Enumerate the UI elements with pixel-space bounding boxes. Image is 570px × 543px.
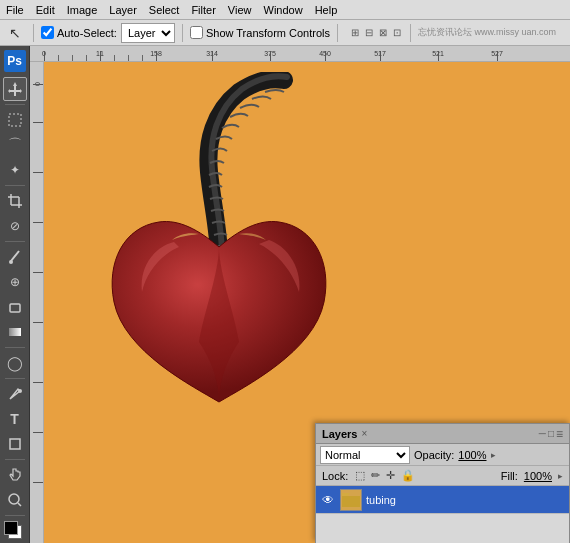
htick-527 bbox=[497, 51, 498, 61]
svg-rect-9 bbox=[9, 328, 21, 336]
color-selector[interactable] bbox=[4, 521, 26, 543]
layers-list: 👁 tubing bbox=[316, 486, 569, 543]
main-area: Ps ⌒ ✦ ⊘ bbox=[0, 46, 570, 543]
pen-tool[interactable] bbox=[3, 382, 27, 406]
text-icon: T bbox=[10, 411, 19, 427]
panel-expand-icon[interactable]: □ bbox=[548, 428, 554, 439]
lock-label: Lock: bbox=[322, 470, 348, 482]
auto-select-label[interactable]: Auto-Select: bbox=[41, 26, 117, 39]
heart-shape bbox=[104, 192, 334, 422]
hand-tool[interactable] bbox=[3, 463, 27, 487]
htick-375 bbox=[270, 51, 271, 61]
eyedropper-tool[interactable]: ⊘ bbox=[3, 214, 27, 238]
layer-eye-tubing[interactable]: 👁 bbox=[320, 492, 336, 508]
auto-select-checkbox[interactable] bbox=[41, 26, 54, 39]
layer-row-tubing[interactable]: 👁 tubing bbox=[316, 486, 569, 514]
tool-sep-1 bbox=[5, 104, 25, 105]
lock-all-btn[interactable]: 🔒 bbox=[400, 469, 416, 482]
layers-panel-x[interactable]: × bbox=[361, 428, 367, 439]
lock-position-btn[interactable]: ✛ bbox=[385, 469, 396, 482]
crop-icon bbox=[7, 193, 23, 209]
shape-tool[interactable] bbox=[3, 432, 27, 456]
transform-icon-3: ⊠ bbox=[377, 26, 389, 39]
transform-icon-2: ⊟ bbox=[363, 26, 375, 39]
opacity-label: Opacity: bbox=[414, 449, 454, 461]
text-tool[interactable]: T bbox=[3, 407, 27, 431]
fill-value[interactable]: 100% bbox=[524, 470, 552, 482]
marquee-tool[interactable] bbox=[3, 108, 27, 132]
show-transform-checkbox[interactable] bbox=[190, 26, 203, 39]
lock-transparent-btn[interactable]: ⬚ bbox=[354, 469, 366, 482]
vtick-160 bbox=[33, 222, 43, 223]
ps-logo: Ps bbox=[4, 50, 26, 72]
crop-tool[interactable] bbox=[3, 189, 27, 213]
htick-0 bbox=[44, 51, 45, 61]
gradient-tool[interactable] bbox=[3, 320, 27, 344]
blend-mode-select[interactable]: Normal Dissolve Darken Multiply bbox=[320, 446, 410, 464]
svg-point-7 bbox=[9, 260, 13, 264]
menu-edit[interactable]: Edit bbox=[30, 2, 61, 18]
magic-wand-tool[interactable]: ✦ bbox=[3, 158, 27, 182]
layer-thumb-tubing bbox=[340, 489, 362, 511]
move-tool-btn[interactable]: ↖ bbox=[4, 22, 26, 44]
toolbar-divider-3 bbox=[337, 24, 338, 42]
eraser-icon bbox=[7, 299, 23, 315]
opacity-value[interactable]: 100% bbox=[458, 449, 486, 461]
brush-tool[interactable] bbox=[3, 245, 27, 269]
vtick-210 bbox=[33, 272, 43, 273]
menu-filter[interactable]: Filter bbox=[185, 2, 221, 18]
layer-select[interactable]: Layer bbox=[121, 23, 175, 43]
panel-collapse-icon[interactable]: ─ bbox=[539, 428, 546, 439]
canvas-area[interactable]: 0 11 158 314 375 450 517 521 527 bbox=[30, 46, 570, 543]
move-icon bbox=[7, 81, 23, 97]
zoom-tool[interactable] bbox=[3, 488, 27, 512]
lock-image-btn[interactable]: ✏ bbox=[370, 469, 381, 482]
toolbar-divider-1 bbox=[33, 24, 34, 42]
panel-menu-icon[interactable]: ≡ bbox=[556, 427, 563, 441]
tool-sep-3 bbox=[5, 241, 25, 242]
dodge-tool[interactable]: ◯ bbox=[3, 351, 27, 375]
svg-rect-11 bbox=[10, 439, 20, 449]
opacity-arrow[interactable]: ▸ bbox=[491, 450, 496, 460]
clone-stamp-icon: ⊕ bbox=[10, 275, 20, 289]
lasso-tool[interactable]: ⌒ bbox=[3, 133, 27, 157]
show-transform-label[interactable]: Show Transform Controls bbox=[190, 26, 330, 39]
lasso-icon: ⌒ bbox=[8, 136, 22, 154]
menu-layer[interactable]: Layer bbox=[103, 2, 143, 18]
fill-arrow[interactable]: ▸ bbox=[558, 471, 563, 481]
tool-sep-6 bbox=[5, 459, 25, 460]
htick-450 bbox=[325, 51, 326, 61]
clone-stamp-tool[interactable]: ⊕ bbox=[3, 270, 27, 294]
vtick-420 bbox=[33, 482, 43, 483]
vtick-60 bbox=[33, 122, 43, 123]
layers-panel-header: Layers × ─ □ ≡ bbox=[316, 424, 569, 444]
vtick-370 bbox=[33, 432, 43, 433]
svg-point-10 bbox=[18, 389, 22, 393]
menu-select[interactable]: Select bbox=[143, 2, 186, 18]
fg-color bbox=[4, 521, 18, 535]
watermark-text: 忘忧资讯论坛 www.missy uan.com bbox=[418, 26, 556, 39]
menu-file[interactable]: File bbox=[0, 2, 30, 18]
transform-icon-1: ⊞ bbox=[349, 26, 361, 39]
tool-sep-4 bbox=[5, 347, 25, 348]
toolbar-divider-2 bbox=[182, 24, 183, 42]
svg-line-13 bbox=[18, 503, 21, 506]
move-tool[interactable] bbox=[3, 77, 27, 101]
menu-image[interactable]: Image bbox=[61, 2, 104, 18]
transform-icons: ⊞ ⊟ ⊠ ⊡ bbox=[349, 26, 403, 39]
ruler-top: 0 11 158 314 375 450 517 521 527 bbox=[30, 46, 570, 62]
vtick-320 bbox=[33, 382, 43, 383]
arrow-icon: ↖ bbox=[9, 25, 21, 41]
show-transform-text: Show Transform Controls bbox=[206, 27, 330, 39]
menu-view[interactable]: View bbox=[222, 2, 258, 18]
svg-marker-0 bbox=[8, 82, 22, 96]
eraser-tool[interactable] bbox=[3, 295, 27, 319]
vtick-260 bbox=[33, 322, 43, 323]
layer-name-tubing: tubing bbox=[366, 494, 565, 506]
svg-point-12 bbox=[9, 494, 19, 504]
menu-help[interactable]: Help bbox=[309, 2, 344, 18]
menu-window[interactable]: Window bbox=[258, 2, 309, 18]
fill-label: Fill: bbox=[501, 470, 518, 482]
hand-icon bbox=[7, 467, 23, 483]
transform-icon-4: ⊡ bbox=[391, 26, 403, 39]
